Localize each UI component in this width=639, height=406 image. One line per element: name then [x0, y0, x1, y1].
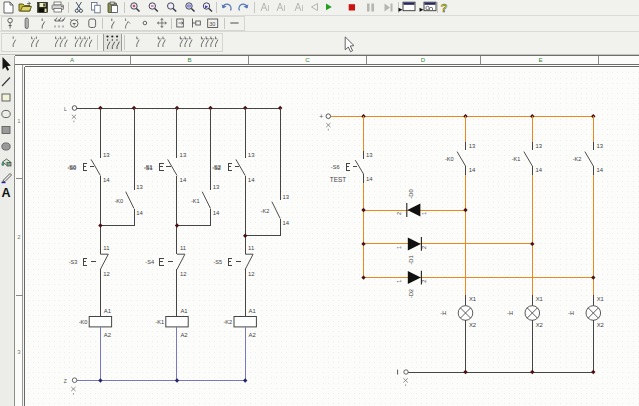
svg-text:-S2: -S2 — [212, 165, 221, 171]
svg-text:-D2: -D2 — [408, 289, 414, 298]
svg-text:-H: -H — [568, 310, 574, 316]
svg-text:11: 11 — [248, 245, 254, 251]
svg-text:X1: X1 — [536, 296, 543, 302]
svg-text:2: 2 — [421, 280, 427, 283]
svg-text:C: C — [305, 56, 310, 63]
svg-text:-K2: -K2 — [261, 208, 270, 214]
svg-text:2: 2 — [396, 212, 402, 215]
svg-text:-S3: -S3 — [69, 259, 78, 265]
svg-text:A1: A1 — [104, 308, 111, 314]
svg-text:13: 13 — [536, 143, 543, 149]
svg-text:-S5: -S5 — [213, 259, 222, 265]
svg-text:-D1: -D1 — [408, 255, 414, 264]
svg-text:2: 2 — [421, 246, 427, 249]
svg-text:-D0: -D0 — [408, 189, 414, 198]
svg-text:X1: X1 — [469, 296, 476, 302]
svg-text:14: 14 — [136, 210, 143, 216]
svg-text:14: 14 — [103, 177, 110, 183]
svg-text:-S1: -S1 — [144, 165, 153, 171]
svg-text:X2: X2 — [469, 322, 476, 328]
svg-text:14: 14 — [469, 167, 476, 173]
svg-text:13: 13 — [103, 152, 110, 158]
svg-text:1: 1 — [421, 212, 427, 215]
svg-text:13: 13 — [213, 184, 220, 190]
svg-text:13: 13 — [136, 184, 143, 190]
svg-text:+: + — [319, 113, 323, 120]
svg-text:12: 12 — [248, 271, 255, 277]
svg-text:14: 14 — [282, 220, 289, 226]
svg-text:B: B — [187, 56, 191, 63]
svg-text:-K0: -K0 — [445, 156, 454, 162]
svg-text:-K1: -K1 — [512, 156, 521, 162]
svg-text:11: 11 — [180, 245, 186, 251]
svg-text:E: E — [538, 56, 542, 63]
svg-text:13: 13 — [180, 152, 187, 158]
svg-text:-S4: -S4 — [145, 259, 154, 265]
svg-text:-K0: -K0 — [79, 319, 88, 325]
svg-text:-H: -H — [507, 310, 513, 316]
svg-text:13: 13 — [366, 152, 373, 158]
svg-text:-K2: -K2 — [223, 319, 232, 325]
svg-text:-K1: -K1 — [155, 319, 164, 325]
svg-text:X2: X2 — [536, 322, 543, 328]
svg-text:11: 11 — [103, 245, 109, 251]
svg-text:14: 14 — [366, 176, 373, 182]
svg-text:1: 1 — [396, 246, 402, 249]
svg-text:A2: A2 — [249, 332, 256, 338]
svg-text:14: 14 — [536, 167, 543, 173]
svg-text:A: A — [2, 186, 11, 200]
svg-text:A2: A2 — [180, 332, 187, 338]
svg-text:-K2: -K2 — [573, 156, 582, 162]
svg-text:A1: A1 — [180, 308, 187, 314]
svg-text:X1: X1 — [597, 296, 604, 302]
svg-text:L: L — [64, 106, 67, 112]
svg-text:A1: A1 — [249, 308, 256, 314]
svg-text:13: 13 — [282, 194, 289, 200]
svg-text:?: ? — [441, 2, 448, 14]
svg-text:-S6: -S6 — [331, 164, 340, 170]
svg-text:13: 13 — [469, 143, 476, 149]
svg-text:12: 12 — [103, 271, 110, 277]
svg-text:TEST: TEST — [330, 176, 346, 183]
svg-text:Z: Z — [64, 378, 67, 384]
svg-text:A2: A2 — [104, 332, 111, 338]
svg-text:1: 1 — [396, 280, 402, 283]
svg-text:-S0: -S0 — [67, 165, 76, 171]
svg-text:-H: -H — [440, 310, 446, 316]
svg-text:D: D — [421, 56, 426, 63]
svg-text:X2: X2 — [597, 322, 604, 328]
svg-text:30: 30 — [209, 21, 215, 27]
svg-text:14: 14 — [213, 210, 220, 216]
svg-text:-K1: -K1 — [191, 198, 200, 204]
svg-text:13: 13 — [248, 152, 255, 158]
svg-text:14: 14 — [248, 177, 255, 183]
svg-text:13: 13 — [597, 143, 604, 149]
svg-text:14: 14 — [180, 177, 187, 183]
svg-text:-K0: -K0 — [114, 198, 123, 204]
svg-text:14: 14 — [597, 167, 604, 173]
svg-text:12: 12 — [180, 271, 187, 277]
